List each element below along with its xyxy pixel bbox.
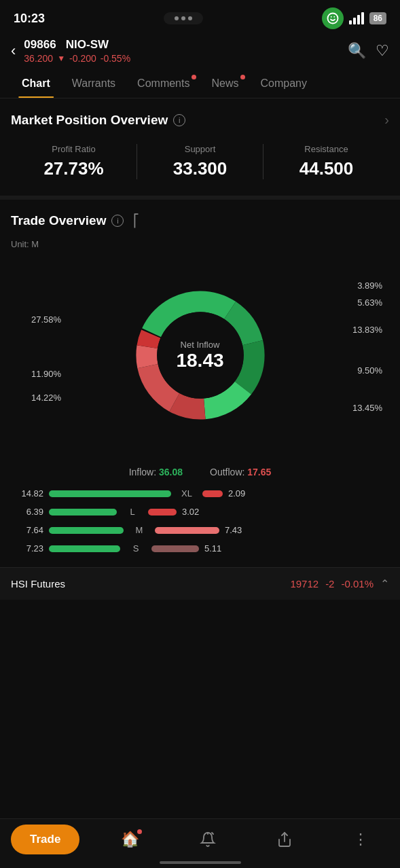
trade-button[interactable]: Trade <box>11 825 79 854</box>
trade-overview-section: Trade Overview i ⎡ Unit: M 27.58% 11.90%… <box>0 200 400 567</box>
bar-left-xl: 14.82 <box>16 488 43 499</box>
signal-bars <box>349 12 364 24</box>
nav-icons: 🏠 ⋮ <box>90 831 400 848</box>
bar-green-s <box>49 545 120 552</box>
nav-alert-icon[interactable] <box>200 831 216 848</box>
profit-ratio-label: Profit Ratio <box>11 144 137 154</box>
bar-left-m: 7.64 <box>16 525 43 535</box>
chart-label-11: 11.90% <box>31 369 61 379</box>
nav-home-icon[interactable]: 🏠 <box>121 831 139 848</box>
dot2 <box>181 16 185 20</box>
price-change-pct: -0.55% <box>101 53 130 64</box>
stat-resistance: Resistance 44.500 <box>263 144 389 179</box>
status-time: 10:23 <box>14 12 45 26</box>
app-icon <box>322 7 344 29</box>
trade-overview-title: Trade Overview <box>11 213 106 228</box>
bar-row-l: 6.39 L 3.02 <box>16 507 384 517</box>
stock-info: 09866 NIO-SW 36.200 ▼ -0.200 -0.55% <box>24 38 130 64</box>
bar-red-m <box>155 527 219 534</box>
chart-label-13-45: 13.45% <box>352 403 382 413</box>
header: ‹ 09866 NIO-SW 36.200 ▼ -0.200 -0.55% 🔍 … <box>0 34 400 71</box>
bar-cat-m: M <box>129 525 149 535</box>
flow-summary: Inflow: 36.08 Outflow: 17.65 <box>11 467 389 477</box>
bar-right-m: 7.43 <box>225 525 249 535</box>
tab-chart[interactable]: Chart <box>11 71 61 98</box>
resistance-label: Resistance <box>263 144 389 154</box>
watchlist-icon[interactable]: ♡ <box>376 42 389 60</box>
hsi-change: -2 <box>325 578 334 590</box>
market-position-section: Market Position Overview i › Profit Rati… <box>0 98 400 196</box>
bar-right-l: 3.02 <box>182 507 206 517</box>
market-position-chevron-icon[interactable]: › <box>384 112 389 128</box>
header-left: ‹ 09866 NIO-SW 36.200 ▼ -0.200 -0.55% <box>11 38 130 64</box>
price-change: -0.200 <box>69 53 96 64</box>
stock-title: 09866 NIO-SW <box>24 38 130 52</box>
home-badge <box>137 829 142 834</box>
home-indicator <box>160 861 241 864</box>
bar-row-xl: 14.82 XL 2.09 <box>16 488 384 499</box>
header-right: 🔍 ♡ <box>348 42 389 60</box>
bar-rows: 14.82 XL 2.09 6.39 L 3.02 7.64 M 7.43 7.… <box>11 488 389 554</box>
bar-cat-xl: XL <box>177 488 197 499</box>
bar-right-xl: 2.09 <box>228 488 253 499</box>
nav-more-icon[interactable]: ⋮ <box>353 831 369 848</box>
hsi-futures-bar[interactable]: HSI Futures 19712 -2 -0.01% ⌃ <box>0 567 400 600</box>
bar-left-s: 7.23 <box>16 543 43 554</box>
home-icon: 🏠 <box>121 831 139 848</box>
trade-share-icon[interactable]: ⎡ <box>133 213 139 228</box>
price-arrow-icon: ▼ <box>57 54 65 63</box>
hsi-price: 19712 <box>290 578 319 590</box>
status-bar: 10:23 86 <box>0 0 400 34</box>
search-icon[interactable]: 🔍 <box>348 42 366 60</box>
bar-red-xl <box>202 490 223 497</box>
bar-cat-s: S <box>126 543 146 554</box>
trade-info-icon[interactable]: i <box>111 215 124 227</box>
bar-cat-l: L <box>122 507 143 517</box>
hsi-pct: -0.01% <box>341 578 374 590</box>
chart-label-13-83: 13.83% <box>352 325 382 335</box>
chart-label-27: 27.58% <box>31 314 61 325</box>
stat-support: Support 33.300 <box>137 144 263 179</box>
dot3 <box>188 16 192 20</box>
bar-row-m: 7.64 M 7.43 <box>16 525 384 535</box>
market-position-info-icon[interactable]: i <box>173 114 185 126</box>
outflow-label: Outflow: <box>210 467 244 477</box>
svg-line-10 <box>212 833 213 834</box>
bar-row-s: 7.23 S 5.11 <box>16 543 384 554</box>
trade-title-row: Trade Overview i ⎡ <box>11 213 139 228</box>
news-badge <box>240 75 245 79</box>
bar-green-m <box>49 527 124 534</box>
bar-left-l: 6.39 <box>16 507 43 517</box>
donut-svg <box>126 281 275 430</box>
unit-label: Unit: M <box>11 239 389 249</box>
trade-overview-header: Trade Overview i ⎡ <box>11 213 389 228</box>
svg-point-8 <box>157 312 244 399</box>
outflow-item: Outflow: 17.65 <box>210 467 271 477</box>
dot1 <box>175 16 179 20</box>
stock-price-row: 36.200 ▼ -0.200 -0.55% <box>24 53 130 64</box>
status-right: 86 <box>322 7 386 29</box>
resistance-value: 44.500 <box>263 158 389 179</box>
tab-news[interactable]: News <box>200 71 249 98</box>
bar-red-l <box>148 509 177 516</box>
comments-badge <box>192 75 196 79</box>
tab-comments[interactable]: Comments <box>126 71 200 98</box>
support-value: 33.300 <box>137 158 263 179</box>
donut-chart-container: 27.58% 11.90% 14.22% 3.89% 5.63% 13.83% … <box>11 260 389 450</box>
stock-name: NIO-SW <box>66 38 109 51</box>
back-button[interactable]: ‹ <box>11 42 16 60</box>
chart-label-5: 5.63% <box>357 297 382 308</box>
bar-red-s <box>151 545 199 552</box>
tab-company[interactable]: Company <box>249 71 317 98</box>
profit-ratio-value: 27.73% <box>11 158 137 179</box>
tab-bar: Chart Warrants Comments News Company <box>0 71 400 98</box>
tab-warrants[interactable]: Warrants <box>61 71 126 98</box>
chart-label-9: 9.50% <box>357 365 382 376</box>
inflow-value: 36.08 <box>159 467 183 477</box>
bar-right-s: 5.11 <box>204 543 229 554</box>
chart-label-14: 14.22% <box>31 393 61 403</box>
nav-share-icon[interactable] <box>276 831 293 848</box>
outflow-value: 17.65 <box>247 467 271 477</box>
status-center <box>164 12 203 24</box>
stock-code: 09866 <box>24 38 56 51</box>
